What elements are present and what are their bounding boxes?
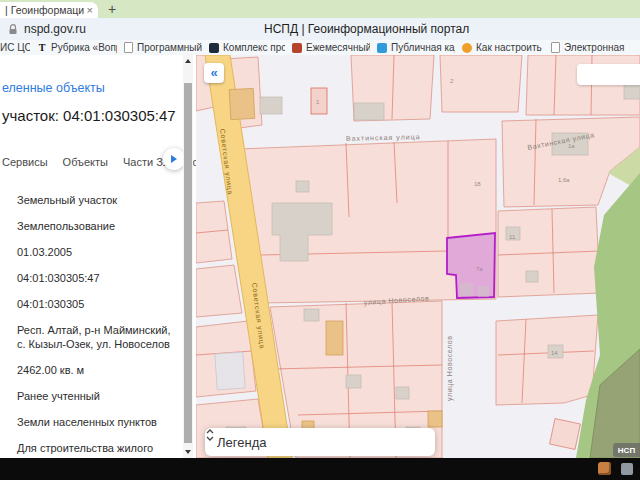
building-light (215, 352, 245, 390)
bookmark-item[interactable]: Программный ко (124, 42, 202, 53)
parcel-number: 18 (474, 181, 481, 187)
taskbar-icon[interactable] (621, 463, 633, 475)
value-land-category: Земли населенных пунктов (17, 415, 175, 429)
selected-objects-link[interactable]: еленные объекты (2, 81, 196, 95)
lock-icon (8, 24, 18, 35)
parcel-outline-small (550, 419, 581, 450)
bookmark-item[interactable]: Как настроить Ян (462, 42, 544, 53)
value-area: 2462.00 кв. м (17, 363, 175, 377)
tab-objects[interactable]: Объекты (63, 156, 108, 168)
taskbar-icon[interactable] (598, 462, 611, 475)
value-cadastral-number: 04:01:030305:47 (17, 271, 175, 285)
scroll-up-icon[interactable] (185, 59, 191, 63)
scroll-down-icon[interactable] (185, 450, 191, 454)
document-icon (124, 42, 133, 53)
map-toolbar-box[interactable] (577, 64, 640, 85)
triangle-right-icon (171, 155, 177, 163)
site-favicon (209, 43, 219, 53)
value-address: Респ. Алтай, р-н Майминский, с. Кызыл-Оз… (17, 323, 175, 351)
browser-tab-strip: | Геоинформаци × + (0, 0, 640, 18)
parcel-number: 1а (568, 143, 575, 149)
bookmark-item[interactable]: Ежемесячный ве (292, 42, 370, 53)
value-permitted-use: Для строительства жилого дома и хозяйств… (17, 441, 175, 458)
url-text[interactable]: nspd.gov.ru (24, 22, 86, 36)
tab-title: | Геоинформаци (5, 4, 84, 16)
value-status: Ранее учтенный (17, 389, 175, 403)
value-date: 01.03.2005 (17, 245, 175, 259)
legend-bar[interactable]: Легенда (205, 428, 435, 456)
page-title: НСПД | Геоинформационный портал (264, 22, 469, 36)
bookmarks-bar: ИС ЦС ТРубрика «Вопро Программный ко Ком… (0, 40, 640, 56)
parcel-number: 7а (476, 266, 483, 272)
letter-t-icon: Т (37, 42, 47, 53)
tabs-scroll-right-button[interactable] (163, 148, 185, 170)
object-title: участок: 04:01:030305:47 (2, 107, 196, 124)
map-canvas: Вахтинская улица Вахтинская улица Советс… (196, 55, 640, 458)
parcel-number: 11 (509, 234, 516, 240)
browser-tab[interactable]: | Геоинформаци × (0, 2, 98, 18)
panel-collapse-button[interactable]: « (204, 63, 224, 83)
parcel-number: 14 (551, 350, 558, 356)
bookmark-item[interactable]: ТРубрика «Вопро (37, 42, 117, 53)
value-object-type: Земельный участок (17, 193, 175, 207)
bookmark-item[interactable]: Публичная кадас (377, 42, 455, 53)
value-quarter-number: 04:01:030305 (17, 297, 175, 311)
bookmark-item[interactable]: ИС ЦС (0, 42, 30, 53)
object-info-panel: еленные объекты участок: 04:01:030305:47… (0, 55, 196, 458)
nspd-watermark: НСП (613, 443, 640, 457)
bookmark-item[interactable]: Комплекс прове (209, 42, 285, 53)
value-land-use: Землепользование (17, 219, 175, 233)
legend-label: Легенда (217, 435, 266, 450)
screen: | Геоинформаци × + nspd.gov.ru НСПД | Ге… (0, 0, 640, 480)
street-label: улица Новоселов (446, 335, 454, 401)
bottom-bar (0, 458, 640, 480)
new-tab-button[interactable]: + (102, 0, 122, 18)
site-favicon (292, 43, 302, 53)
site-favicon (462, 43, 472, 53)
panel-scrollbar[interactable] (183, 55, 193, 458)
address-bar[interactable]: nspd.gov.ru НСПД | Геоинформационный пор… (0, 18, 640, 40)
scrollbar-thumb[interactable] (184, 83, 192, 443)
bookmark-item[interactable]: Электронная рег (551, 42, 627, 53)
attribute-values: Земельный участок Землепользование 01.03… (17, 193, 175, 458)
cadastral-map[interactable]: Вахтинская улица Вахтинская улица Советс… (196, 55, 640, 458)
site-favicon (377, 43, 387, 53)
tab-close-icon[interactable]: × (87, 4, 93, 16)
parcel-number: 1,6а (558, 177, 570, 183)
document-icon (551, 42, 560, 53)
tab-services[interactable]: Сервисы (2, 156, 48, 168)
